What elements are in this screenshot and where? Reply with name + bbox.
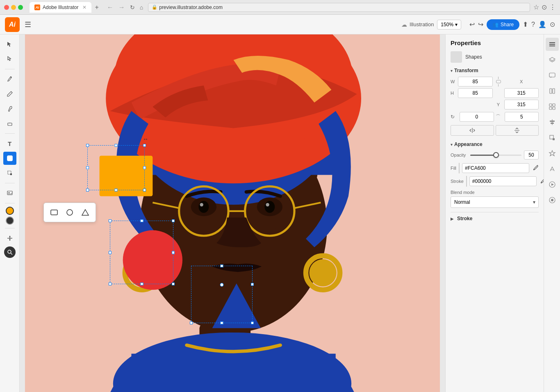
rect-shape-button[interactable] xyxy=(48,206,60,219)
pencil-tool-button[interactable] xyxy=(3,87,16,100)
corner-radius-icon: ⌒ xyxy=(496,114,503,121)
svg-rect-46 xyxy=(553,89,555,93)
circle-shape-button[interactable] xyxy=(64,206,76,219)
comments-panel-button[interactable] xyxy=(546,69,559,82)
rotation-input[interactable] xyxy=(460,112,494,122)
profile-button[interactable]: ⊙ xyxy=(542,3,547,11)
close-window-button[interactable] xyxy=(4,5,9,10)
transform-section-header[interactable]: ▾ Transform xyxy=(451,68,539,73)
corner-radius-input[interactable] xyxy=(505,112,539,122)
eraser-tool-button[interactable] xyxy=(3,117,16,130)
y-position-input[interactable] xyxy=(504,100,539,109)
fill-hex-input[interactable] xyxy=(462,163,529,173)
canvas-area[interactable]: ↔ xyxy=(20,34,445,392)
new-tab-button[interactable]: + xyxy=(95,4,98,11)
h-label: H xyxy=(451,91,456,96)
width-input[interactable] xyxy=(458,77,493,87)
undo-button[interactable]: ↩ xyxy=(469,21,475,28)
opacity-row: Opacity xyxy=(451,150,539,160)
svg-rect-2 xyxy=(7,156,12,161)
arrange-tool-button[interactable] xyxy=(3,232,16,245)
transform-tool-button[interactable] xyxy=(3,166,16,180)
opacity-slider-container[interactable] xyxy=(470,152,521,158)
svg-point-25 xyxy=(200,203,203,206)
svg-rect-47 xyxy=(549,104,552,106)
pen-tool-button[interactable] xyxy=(3,73,16,86)
fill-eyedropper-button[interactable] xyxy=(532,164,540,173)
properties-panel-button[interactable] xyxy=(546,38,559,51)
assets-panel-button[interactable] xyxy=(546,100,559,113)
height-input[interactable] xyxy=(458,88,493,98)
minimize-window-button[interactable] xyxy=(11,5,16,10)
layers-panel-button[interactable] xyxy=(546,53,559,66)
type-icon: T xyxy=(8,140,11,147)
blend-mode-select-wrapper: Normal Multiply Screen Overlay Darken Li… xyxy=(451,196,539,208)
maximize-window-button[interactable] xyxy=(18,5,23,10)
align-panel-button[interactable] xyxy=(546,116,559,129)
browser-tab[interactable]: Ai Adobe Illustrator ✕ xyxy=(30,2,91,13)
flip-horizontal-button[interactable] xyxy=(451,125,494,136)
tab-close-icon[interactable]: ✕ xyxy=(82,5,87,10)
transform-panel-button[interactable] xyxy=(546,131,559,144)
stroke-color-indicator[interactable] xyxy=(6,217,14,225)
address-bar[interactable]: 🔒 preview.illustrator.adobe.com xyxy=(148,3,530,12)
collaboration-button[interactable]: 👤 xyxy=(538,21,546,28)
paintbrush-tool-button[interactable] xyxy=(3,102,16,115)
zoom-chevron-icon: ▾ xyxy=(455,22,458,27)
stroke-color-swatch[interactable] xyxy=(466,176,467,187)
shape-tool-popup xyxy=(43,203,96,222)
refresh-button[interactable]: ↻ xyxy=(128,3,137,11)
share-button[interactable]: 👥 Share xyxy=(487,19,519,30)
svg-rect-42 xyxy=(549,44,555,45)
actions-panel-button[interactable] xyxy=(546,178,559,191)
x-position-input[interactable] xyxy=(504,88,539,98)
zoom-selector[interactable]: 150% ▾ xyxy=(437,20,461,30)
svg-rect-36 xyxy=(51,210,57,215)
image-tool-button[interactable] xyxy=(3,187,16,200)
home-button[interactable]: ⌂ xyxy=(138,3,145,11)
opacity-slider-fill xyxy=(470,155,496,156)
appearance-panel-button[interactable] xyxy=(546,147,559,160)
bookmark-button[interactable]: ☆ xyxy=(533,3,539,11)
share-label: Share xyxy=(501,22,514,27)
flip-vertical-button[interactable] xyxy=(496,125,539,136)
triangle-shape-button[interactable] xyxy=(79,206,91,219)
direct-select-tool-button[interactable] xyxy=(3,52,16,66)
help-button[interactable]: ? xyxy=(531,21,535,28)
url-text: preview.illustrator.adobe.com xyxy=(159,5,223,10)
cloud-icon: ☁ xyxy=(401,21,407,28)
stroke-eyedropper-button[interactable] xyxy=(539,177,544,186)
back-button[interactable]: ← xyxy=(105,3,115,12)
user-profile-button[interactable]: ⊙ xyxy=(550,21,555,28)
lock-proportions-icon[interactable] xyxy=(494,77,503,87)
left-toolbar: T xyxy=(0,34,20,392)
zoom-tool-button[interactable] xyxy=(4,246,16,258)
select-tool-button[interactable] xyxy=(3,38,16,51)
export-button[interactable]: ⬆ xyxy=(523,21,528,28)
svg-rect-1 xyxy=(8,123,12,125)
window-controls xyxy=(4,5,23,10)
type-tool-button[interactable]: T xyxy=(3,137,16,150)
plugins-button[interactable] xyxy=(546,194,559,207)
stroke-section-header[interactable]: ▶ Stroke xyxy=(451,216,539,221)
fill-color-swatch[interactable] xyxy=(459,163,460,173)
forward-button[interactable]: → xyxy=(117,3,127,12)
stroke-label: Stroke xyxy=(451,179,464,184)
menu-button[interactable]: ☰ xyxy=(23,18,33,31)
typekit-panel-button[interactable] xyxy=(546,162,559,175)
shape-tool-button[interactable] xyxy=(3,152,16,165)
svg-rect-50 xyxy=(553,107,555,109)
libraries-panel-button[interactable] xyxy=(546,84,559,98)
svg-point-23 xyxy=(198,201,209,213)
extensions-button[interactable]: ⋮ xyxy=(549,3,556,11)
opacity-slider-thumb[interactable] xyxy=(493,152,499,158)
blend-mode-label: Blend mode xyxy=(451,190,539,195)
tool-separator-5 xyxy=(5,228,15,228)
redo-button[interactable]: ↪ xyxy=(478,21,483,28)
appearance-section-header[interactable]: ▾ Appearance xyxy=(451,141,539,147)
opacity-label: Opacity xyxy=(451,153,468,157)
opacity-value-input[interactable] xyxy=(524,150,539,160)
blend-mode-select[interactable]: Normal Multiply Screen Overlay Darken Li… xyxy=(451,196,539,208)
stroke-hex-input[interactable] xyxy=(469,176,537,186)
fill-color-indicator[interactable] xyxy=(6,207,14,215)
